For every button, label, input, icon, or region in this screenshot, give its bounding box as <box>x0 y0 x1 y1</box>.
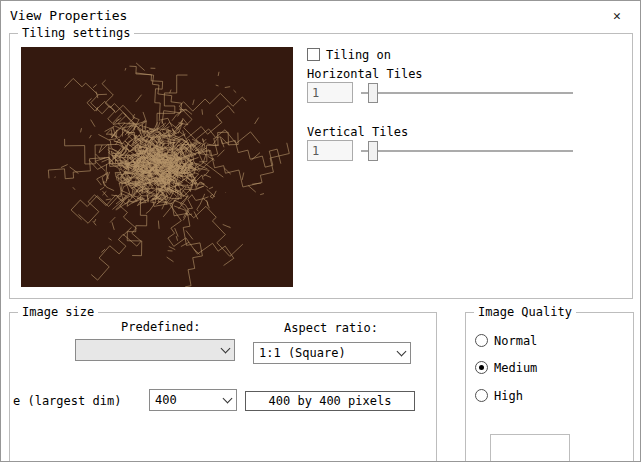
horizontal-slider-track[interactable] <box>361 92 573 94</box>
predefined-dropdown[interactable] <box>75 339 235 361</box>
aspect-ratio-dropdown[interactable]: 1:1 (Square) <box>253 342 411 364</box>
window-title: View Properties <box>10 8 127 23</box>
aspect-ratio-value: 1:1 (Square) <box>254 346 392 360</box>
image-quality-group-label: Image Quality <box>474 305 576 319</box>
radio-medium[interactable]: Medium <box>475 360 537 375</box>
vertical-slider-track[interactable] <box>361 150 573 152</box>
tiling-on-checkbox[interactable] <box>307 48 320 61</box>
radio-high-circle[interactable] <box>475 389 488 402</box>
partial-control <box>490 434 570 462</box>
radio-medium-circle[interactable] <box>475 361 488 374</box>
tiling-settings-group-label: Tiling settings <box>18 26 134 40</box>
horizontal-tiles-label: Horizontal Tiles <box>307 67 423 81</box>
vertical-tiles-slider[interactable] <box>361 140 573 162</box>
tiling-preview-image <box>21 47 293 287</box>
vertical-tiles-label: Vertical Tiles <box>307 125 408 139</box>
radio-medium-label[interactable]: Medium <box>494 361 537 375</box>
radio-normal[interactable]: Normal <box>475 333 537 348</box>
aspect-ratio-label: Aspect ratio: <box>284 321 378 335</box>
largest-dim-label: e (largest dim) <box>13 394 121 408</box>
horizontal-tiles-field[interactable] <box>307 82 353 103</box>
tiling-on-label[interactable]: Tiling on <box>326 48 391 62</box>
vertical-slider-thumb[interactable] <box>368 141 378 161</box>
vertical-tiles-field[interactable] <box>307 140 353 161</box>
chevron-down-icon <box>222 394 232 404</box>
chevron-down-icon <box>396 347 406 357</box>
radio-normal-label[interactable]: Normal <box>494 334 537 348</box>
chevron-down-icon <box>220 344 230 354</box>
aspect-dropdown-arrow[interactable] <box>392 343 410 363</box>
predefined-label: Predefined: <box>121 320 200 334</box>
tiling-on-checkbox-row[interactable]: Tiling on <box>307 47 391 62</box>
dimensions-readout: 400 by 400 pixels <box>245 391 415 411</box>
horizontal-tiles-slider[interactable] <box>361 82 573 104</box>
largest-dim-dropdown[interactable]: 400 <box>149 389 237 411</box>
size-dropdown-arrow[interactable] <box>218 390 236 410</box>
close-icon[interactable]: ✕ <box>606 6 628 26</box>
radio-normal-circle[interactable] <box>475 334 488 347</box>
predefined-dropdown-arrow[interactable] <box>216 340 234 360</box>
radio-high-label[interactable]: High <box>494 389 523 403</box>
largest-dim-value: 400 <box>150 393 218 407</box>
radio-high[interactable]: High <box>475 388 523 403</box>
image-size-group-label: Image size <box>18 305 98 319</box>
horizontal-slider-thumb[interactable] <box>368 83 378 103</box>
